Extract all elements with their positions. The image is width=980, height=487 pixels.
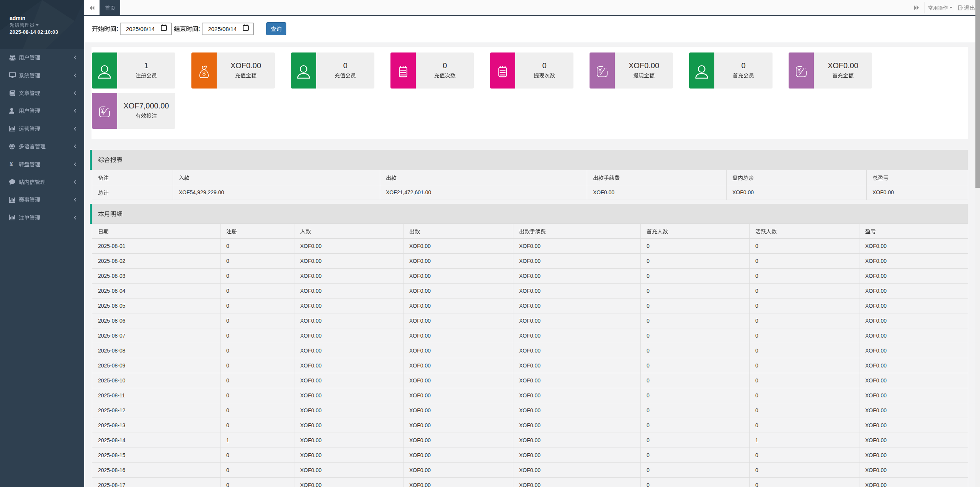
svg-text:$: $ bbox=[203, 71, 206, 77]
